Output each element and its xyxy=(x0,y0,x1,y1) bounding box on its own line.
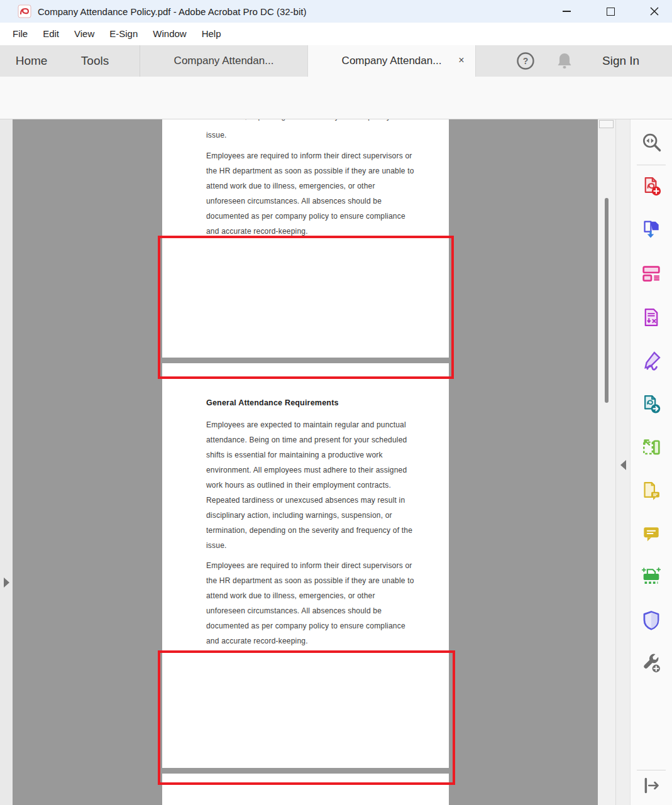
notifications-button[interactable] xyxy=(556,52,573,70)
document-text-line: Employees are required to inform their d… xyxy=(206,558,414,573)
scrollbar-top-button[interactable] xyxy=(599,120,614,128)
combine-files-icon xyxy=(641,219,661,239)
menu-esign[interactable]: E-Sign xyxy=(102,23,145,45)
scrollbar-thumb[interactable] xyxy=(605,198,609,403)
tab-close-icon[interactable]: × xyxy=(455,54,468,67)
document-text-line: the HR department as soon as possible if… xyxy=(206,163,414,178)
document-text-line: Employees are expected to maintain regul… xyxy=(206,417,412,432)
right-panel-rail xyxy=(615,119,630,805)
send-for-comments-icon xyxy=(641,481,661,501)
document-text-line: and accurate record-keeping. xyxy=(206,633,414,649)
document-text-line: attendance. Being on time and present fo… xyxy=(206,432,412,447)
document-paragraph: Employees are required to inform their d… xyxy=(206,148,414,239)
left-panel-strip xyxy=(0,119,13,805)
comment-tool-icon xyxy=(641,523,661,544)
window-title: Company Attendance Policy.pdf - Adobe Ac… xyxy=(38,6,306,17)
document-paragraph: Employees are required to inform their d… xyxy=(206,558,414,649)
menu-view[interactable]: View xyxy=(67,23,102,45)
edit-pdf-button[interactable] xyxy=(641,263,661,283)
menu-bar: File Edit View E-Sign Window Help xyxy=(0,23,672,45)
title-bar: Company Attendance Policy.pdf - Adobe Ac… xyxy=(0,0,672,23)
acrobat-logo-icon xyxy=(18,4,31,18)
send-for-comments-button[interactable] xyxy=(641,481,661,501)
document-text-line: termination, depending on the severity a… xyxy=(206,523,412,538)
edit-pdf-icon xyxy=(641,263,661,283)
help-icon: ? xyxy=(515,51,536,71)
document-view[interactable]: termination, depending on the severity a… xyxy=(13,119,598,805)
minimize-icon xyxy=(563,11,571,12)
crop-pages-icon xyxy=(641,437,661,457)
crop-pages-button[interactable] xyxy=(641,437,661,457)
organize-pages-icon xyxy=(641,307,661,327)
maximize-icon xyxy=(607,8,615,16)
maximize-button[interactable] xyxy=(596,0,625,23)
menu-help[interactable]: Help xyxy=(194,23,229,45)
tab-document-inactive[interactable]: Company Attendan... xyxy=(140,45,307,77)
collapse-tools-panel-button[interactable] xyxy=(641,775,661,796)
search-tool-button[interactable] xyxy=(641,133,661,153)
document-text-line: Employees are required to inform their d… xyxy=(206,148,414,163)
send-for-review-icon xyxy=(641,394,661,414)
menu-window[interactable]: Window xyxy=(145,23,194,45)
notifications-bell-icon xyxy=(556,52,573,70)
fill-and-sign-button[interactable] xyxy=(641,351,661,371)
vertical-scrollbar[interactable] xyxy=(598,119,615,805)
scan-ocr-button[interactable] xyxy=(641,567,661,587)
document-text-line: attend work due to illness, emergencies,… xyxy=(206,178,414,194)
document-text-line: documented as per company policy to ensu… xyxy=(206,618,414,633)
combine-files-button[interactable] xyxy=(641,219,661,239)
tab-home[interactable]: Home xyxy=(9,45,54,77)
document-text-line: disciplinary action, including warnings,… xyxy=(206,508,412,523)
more-tools-icon xyxy=(641,654,661,674)
create-pdf-icon xyxy=(641,176,661,196)
help-button[interactable]: ? xyxy=(515,51,536,71)
red-annotation-rectangle-2 xyxy=(158,650,455,785)
document-text-line: documented as per company policy to ensu… xyxy=(206,209,414,224)
close-button[interactable] xyxy=(640,0,669,23)
collapse-tools-panel-icon xyxy=(641,775,661,796)
document-text-line: work hours as outlined in their employme… xyxy=(206,478,412,493)
document-text-line: Repeated tardiness or unexcused absences… xyxy=(206,493,412,508)
more-tools-button[interactable] xyxy=(641,654,661,674)
expand-left-panel-icon[interactable] xyxy=(4,578,9,588)
document-paragraph: Employees are expected to maintain regul… xyxy=(206,417,412,553)
menu-file[interactable]: File xyxy=(5,23,35,45)
document-text-line: attend work due to illness, emergencies,… xyxy=(206,588,414,603)
search-tool-icon xyxy=(641,133,661,153)
document-text-line: the HR department as soon as possible if… xyxy=(206,573,414,588)
tools-divider xyxy=(637,770,666,770)
menu-edit[interactable]: Edit xyxy=(35,23,67,45)
document-text: issue. xyxy=(206,128,227,143)
tab-document-label: Company Attendan... xyxy=(342,55,442,67)
document-toolbar: / 5 xyxy=(0,77,672,119)
section-heading: General Attendance Requirements xyxy=(206,398,339,407)
minimize-button[interactable] xyxy=(552,0,581,23)
protect-icon xyxy=(641,610,661,630)
create-pdf-button[interactable] xyxy=(641,176,661,196)
protect-button[interactable] xyxy=(641,610,661,630)
scan-ocr-icon xyxy=(641,567,661,587)
tab-tools[interactable]: Tools xyxy=(73,45,117,77)
document-text-line: unforeseen circumstances. All absences s… xyxy=(206,603,414,618)
document-text-line: unforeseen circumstances. All absences s… xyxy=(206,194,414,209)
tab-bar: Home Tools Company Attendan... Company A… xyxy=(0,45,672,77)
tools-divider xyxy=(637,165,666,165)
document-text-line: shifts is essential for maintaining a pr… xyxy=(206,447,412,463)
sign-in-button[interactable]: Sign In xyxy=(602,45,639,77)
document-text-line: issue. xyxy=(206,538,412,553)
red-annotation-rectangle-1 xyxy=(158,236,454,379)
tab-document-active[interactable]: Company Attendan... × xyxy=(307,45,476,77)
tools-panel xyxy=(630,119,672,805)
organize-pages-button[interactable] xyxy=(641,307,661,327)
collapse-right-panel-icon[interactable] xyxy=(620,460,626,470)
send-for-review-button[interactable] xyxy=(641,394,661,414)
close-icon xyxy=(650,7,659,16)
acrobat-window: Company Attendance Policy.pdf - Adobe Ac… xyxy=(0,0,672,805)
comment-tool-button[interactable] xyxy=(641,523,661,544)
document-text-line: environment. All employees must adhere t… xyxy=(206,463,412,478)
svg-text:?: ? xyxy=(523,56,529,66)
fill-and-sign-icon xyxy=(641,351,661,371)
clipped-text-line: termination, depending on the severity a… xyxy=(206,119,412,123)
